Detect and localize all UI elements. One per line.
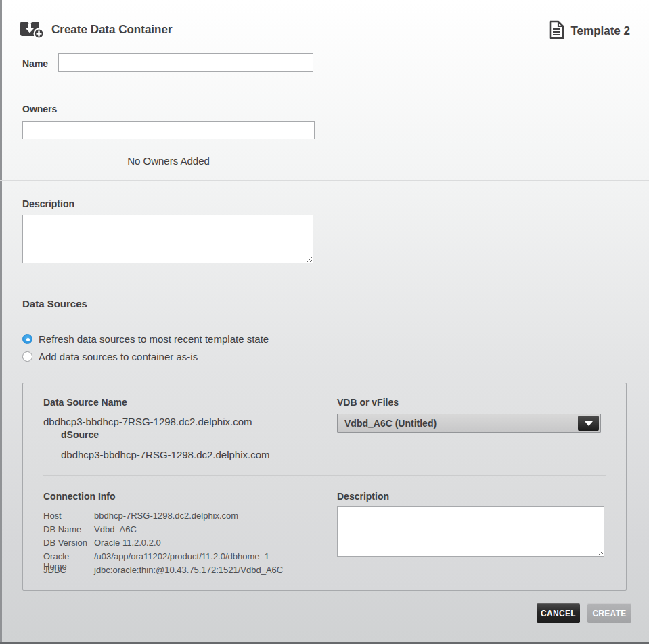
data-sources-heading: Data Sources [22, 298, 87, 309]
connection-row-host: Host bbdhcp-7RSG-1298.dc2.delphix.com [43, 511, 238, 521]
cancel-button[interactable]: CANCEL [537, 603, 580, 623]
no-owners-message: No Owners Added [22, 155, 315, 167]
radio-option-as-is[interactable]: Add data sources to container as-is [22, 351, 198, 362]
dropdown-button[interactable] [578, 416, 599, 431]
chevron-down-icon [585, 421, 593, 426]
template-name: Template 2 [570, 24, 630, 38]
dsource-label: dSource [61, 429, 99, 440]
owners-input[interactable] [22, 121, 315, 139]
connection-value: Oracle 11.2.0.2.0 [94, 538, 161, 548]
connection-label: DB Name [43, 524, 94, 534]
connection-value: Vdbd_A6C [94, 524, 137, 534]
radio-unselected-icon[interactable] [22, 351, 32, 362]
divider [0, 280, 649, 280]
data-source-panel: Data Source Name VDB or vFiles dbdhcp3-b… [22, 383, 627, 591]
template-indicator: Template 2 [549, 20, 630, 42]
connection-label: JDBC [43, 565, 94, 575]
create-button[interactable]: CREATE [587, 603, 631, 623]
radio-option-label: Refresh data sources to most recent temp… [39, 333, 269, 345]
radio-option-refresh[interactable]: Refresh data sources to most recent temp… [22, 333, 269, 345]
vdb-selected-value: Vdbd_A6C (Untitled) [338, 418, 437, 429]
connection-label: Host [43, 511, 94, 521]
vdb-or-vfiles-header: VDB or vFiles [337, 397, 399, 408]
description-label: Description [22, 198, 74, 209]
panel-description-label: Description [337, 491, 389, 502]
connection-value: bbdhcp-7RSG-1298.dc2.delphix.com [94, 511, 238, 521]
dsource-name: dbdhcp3-bbdhcp-7RSG-1298.dc2.delphix.com [61, 449, 270, 460]
connection-label: DB Version [43, 538, 94, 548]
vdb-select[interactable]: Vdbd_A6C (Untitled) [337, 414, 601, 433]
data-container-icon [19, 20, 46, 43]
create-data-container-dialog: Create Data Container Template 2 Name Ow… [0, 0, 649, 644]
divider [0, 87, 649, 87]
connection-row-jdbc: JDBC jdbc:oracle:thin:@10.43.75.172:1521… [43, 565, 283, 575]
radio-option-label: Add data sources to container as-is [39, 351, 198, 362]
data-source-name: dbdhcp3-bbdhcp-7RSG-1298.dc2.delphix.com [43, 416, 252, 427]
panel-description-textarea[interactable] [337, 506, 604, 557]
data-source-name-header: Data Source Name [43, 397, 127, 408]
description-textarea[interactable] [22, 215, 313, 263]
connection-info-heading: Connection Info [43, 491, 116, 502]
owners-label: Owners [22, 104, 57, 114]
connection-row-db-version: DB Version Oracle 11.2.0.2.0 [43, 538, 161, 548]
connection-value: jdbc:oracle:thin:@10.43.75.172:1521/Vdbd… [94, 565, 283, 575]
divider [0, 180, 649, 181]
template-document-icon [549, 20, 564, 42]
divider [43, 475, 606, 476]
left-edge-line [0, 0, 2, 644]
connection-row-db-name: DB Name Vdbd_A6C [43, 524, 137, 534]
name-input[interactable] [58, 53, 313, 72]
page-title: Create Data Container [51, 23, 173, 37]
radio-selected-icon[interactable] [22, 334, 32, 344]
name-label: Name [22, 58, 48, 69]
